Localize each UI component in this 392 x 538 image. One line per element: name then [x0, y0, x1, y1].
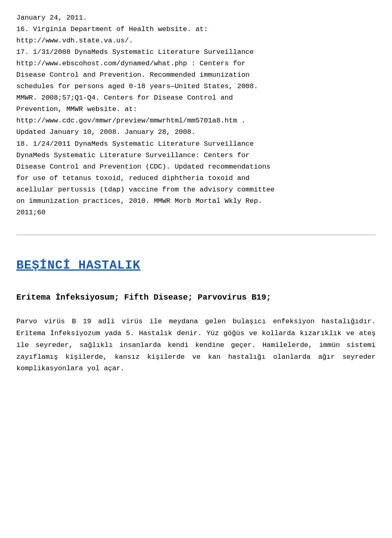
section-title: BEŞİNCİ HASTALIK [16, 256, 376, 275]
references-block: January 24, 2011.16. Virginia Department… [16, 12, 376, 218]
section-subtitle: Eritema İnfeksiyosum; Fifth Disease; Par… [16, 291, 376, 304]
section-content: BEŞİNCİ HASTALIK Eritema İnfeksiyosum; F… [16, 256, 376, 375]
reference-line: Disease Control and Prevention. Recommen… [16, 69, 376, 81]
reference-line: schedules for persons aged 0-18 years—Un… [16, 81, 376, 92]
reference-line: 17. 1/31/2008 DynaMeds Systematic Litera… [16, 47, 376, 58]
reference-line: for use of tetanus toxoid, reduced dipht… [16, 173, 376, 184]
section-divider [16, 235, 376, 235]
reference-line: 2011;60 [16, 207, 376, 218]
reference-line: January 24, 2011. [16, 12, 376, 24]
reference-line: http://www.cdc.gov/mmwr/preview/mmwrhtml… [16, 115, 376, 127]
reference-line: http://www.ebscohost.com/dynamed/what.ph… [16, 58, 376, 69]
reference-line: 16. Virginia Department of Health websit… [16, 24, 376, 35]
reference-line: Prevention, MMWR website. at: [16, 104, 376, 115]
reference-line: on immunization practices, 2010. MMWR Mo… [16, 196, 376, 207]
reference-line: 18. 1/24/2011 DynaMeds Systematic Litera… [16, 138, 376, 150]
reference-line: Updated January 10, 2008. January 28, 20… [16, 127, 376, 138]
reference-line: http://www.vdh.state.va.us/. [16, 35, 376, 47]
reference-line: Disease Control and Prevention (CDC). Up… [16, 161, 376, 173]
reference-line: DynaMeds Systematic Literature Surveilla… [16, 150, 376, 161]
section-body: Parvo virüs B 19 adli virüs ile meydana … [16, 316, 376, 375]
reference-line: acellular pertussis (tdap) vaccine from … [16, 184, 376, 196]
reference-line: MMWR. 2008;57;Q1-Q4. Centers for Disease… [16, 92, 376, 104]
